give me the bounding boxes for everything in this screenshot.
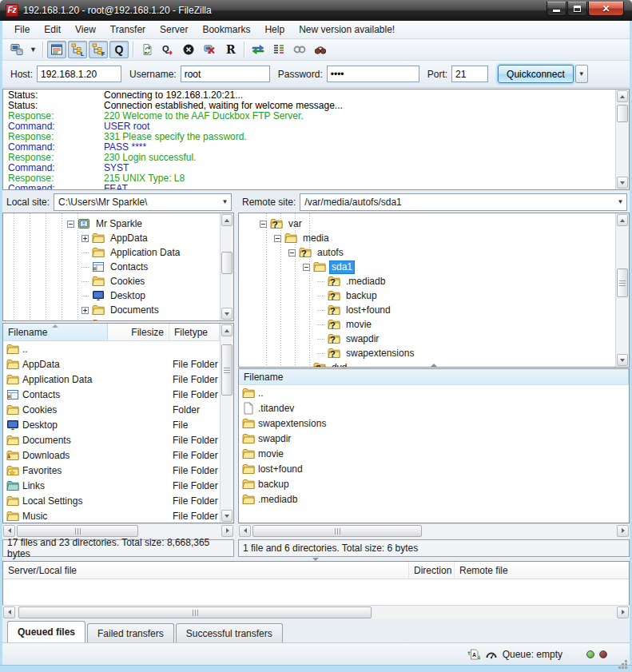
site-manager-dropdown[interactable]: ▼ xyxy=(27,46,39,54)
tree-row[interactable]: ?.mediadb xyxy=(239,274,614,288)
column-header-filesize[interactable]: Filesize xyxy=(108,324,169,340)
column-header-filetype[interactable]: Filetype xyxy=(169,324,220,340)
tree-row[interactable]: AppData xyxy=(3,231,219,245)
menu-view[interactable]: View xyxy=(68,22,103,38)
toggle-message-log-button[interactable] xyxy=(47,41,66,58)
tree-row[interactable]: Mr Sparkle xyxy=(3,217,219,231)
tree-row[interactable]: ?lost+found xyxy=(239,303,614,317)
tree-item-dvd[interactable]: dvd xyxy=(329,362,349,368)
close-button[interactable]: ✕ xyxy=(588,2,624,16)
site-manager-button[interactable] xyxy=(7,41,26,58)
file-row[interactable]: movie xyxy=(239,446,629,461)
expand-icon[interactable] xyxy=(81,321,89,322)
file-row[interactable]: FavoritesFile Folder xyxy=(3,463,220,478)
local-list-hscrollbar[interactable] xyxy=(2,523,234,538)
username-input[interactable] xyxy=(181,66,270,82)
collapse-icon[interactable] xyxy=(260,221,267,228)
file-transfer-button[interactable] xyxy=(248,41,268,58)
local-tree-scrollbar[interactable] xyxy=(220,213,233,320)
tree-row[interactable]: media xyxy=(239,231,614,245)
find-files-button[interactable] xyxy=(311,41,330,58)
tree-row[interactable]: ?autofs xyxy=(239,245,614,260)
column-header-remote-file[interactable]: Remote file xyxy=(455,562,629,579)
tree-item-downloads[interactable]: Downloads xyxy=(108,319,160,322)
column-header-direction[interactable]: Direction xyxy=(409,562,455,579)
tree-item-swapextensions[interactable]: swapextensions xyxy=(344,348,416,360)
remote-site-combobox[interactable]: /var/media/autofs/sda1 ▼ xyxy=(300,193,627,211)
tree-row[interactable]: Cookies xyxy=(3,274,219,288)
tree-row[interactable]: ?swapdir xyxy=(239,332,614,346)
column-header-server-local-file[interactable]: Server/Local file xyxy=(3,562,409,579)
expand-icon[interactable] xyxy=(81,307,89,314)
tree-item-cookies[interactable]: Cookies xyxy=(108,276,147,288)
remote-list-hscrollbar[interactable] xyxy=(238,523,630,538)
quickconnect-button[interactable]: Quickconnect xyxy=(498,65,574,83)
transfer-type-icon[interactable]: A xyxy=(467,648,480,661)
tree-row[interactable]: Documents xyxy=(3,303,219,317)
toggle-remote-tree-button[interactable]: F xyxy=(89,41,108,58)
menu-new-version-available[interactable]: New version available! xyxy=(292,22,402,38)
file-row[interactable]: AppDataFile Folder xyxy=(3,356,220,372)
file-row[interactable]: .. xyxy=(3,341,220,356)
file-row[interactable]: backup xyxy=(239,476,629,491)
tree-item-var[interactable]: var xyxy=(286,218,304,230)
file-row[interactable]: MusicFile Folder xyxy=(3,508,220,523)
reconnect-button[interactable]: R xyxy=(221,41,240,58)
tree-item-contacts[interactable]: Contacts xyxy=(108,261,150,273)
remote-tree-scrollbar[interactable] xyxy=(615,213,629,367)
file-row[interactable]: .mediadb xyxy=(239,491,629,507)
file-row[interactable]: swapextensions xyxy=(239,416,629,431)
tree-item-application-data[interactable]: Application Data xyxy=(108,247,182,259)
queue-hscrollbar[interactable] xyxy=(2,605,630,619)
tree-row[interactable]: ?movie xyxy=(239,317,614,332)
local-list-scrollbar[interactable] xyxy=(220,324,233,523)
tree-item-autofs[interactable]: autofs xyxy=(315,247,346,259)
tree-item-backup[interactable]: backup xyxy=(344,290,380,302)
directory-comparison-button[interactable] xyxy=(269,41,288,58)
tree-row[interactable]: Downloads xyxy=(3,317,219,321)
quickconnect-dropdown[interactable]: ▼ xyxy=(575,65,588,83)
file-row[interactable]: swapdir xyxy=(239,431,629,446)
tab-queued-files[interactable]: Queued files xyxy=(7,621,85,642)
tree-item-swapdir[interactable]: swapdir xyxy=(344,333,381,345)
collapse-icon[interactable] xyxy=(274,235,281,242)
tree-row[interactable]: sda1 xyxy=(239,260,614,274)
tree-item--mediadb[interactable]: .mediadb xyxy=(344,276,388,288)
local-site-combobox[interactable]: C:\Users\Mr Sparkle\ ▼ xyxy=(54,193,232,211)
file-row[interactable]: DesktopFile xyxy=(3,417,220,432)
synchronized-browsing-button[interactable] xyxy=(290,41,309,58)
file-row[interactable]: lost+found xyxy=(239,461,629,476)
message-log-scrollbar[interactable] xyxy=(615,89,629,189)
file-row[interactable]: Application DataFile Folder xyxy=(3,372,220,387)
tree-item-sda1[interactable]: sda1 xyxy=(329,260,355,274)
file-row[interactable]: .. xyxy=(239,385,629,400)
tree-item-appdata[interactable]: AppData xyxy=(108,233,150,245)
tree-item-documents[interactable]: Documents xyxy=(108,304,161,316)
file-row[interactable]: LinksFile Folder xyxy=(3,478,220,493)
tree-item-movie[interactable]: movie xyxy=(344,319,374,331)
collapse-icon[interactable] xyxy=(288,249,296,256)
tab-failed-transfers[interactable]: Failed transfers xyxy=(87,623,174,642)
menu-transfer[interactable]: Transfer xyxy=(103,22,153,38)
tree-row[interactable]: ?dvd xyxy=(239,360,614,368)
chevron-down-icon[interactable]: ▼ xyxy=(614,194,626,210)
chevron-down-icon[interactable]: ▼ xyxy=(219,194,231,210)
tree-row[interactable]: ?backup xyxy=(239,288,614,303)
column-header-filename[interactable]: Filename xyxy=(239,369,629,384)
maximize-button[interactable] xyxy=(567,2,587,16)
toggle-queue-button[interactable]: Q xyxy=(109,41,129,58)
file-row[interactable]: CookiesFolder xyxy=(3,402,220,417)
tree-row[interactable]: Desktop xyxy=(3,288,219,303)
file-row[interactable]: ContactsFile Folder xyxy=(3,387,220,402)
collapse-icon[interactable] xyxy=(67,221,74,228)
tree-item-desktop[interactable]: Desktop xyxy=(108,290,148,302)
title-bar[interactable]: Fz 192.168.1.20 - root@192.168.1.20 - Fi… xyxy=(0,0,632,21)
collapse-icon[interactable] xyxy=(303,264,310,271)
tree-item-lost-found[interactable]: lost+found xyxy=(344,304,393,316)
tree-row[interactable]: ?swapextensions xyxy=(239,346,614,360)
file-row[interactable]: DocumentsFile Folder xyxy=(3,432,220,447)
tab-successful-transfers[interactable]: Successful transfers xyxy=(176,623,283,642)
file-row[interactable]: Local SettingsFile Folder xyxy=(3,493,220,508)
host-input[interactable] xyxy=(37,66,121,82)
port-input[interactable] xyxy=(451,66,488,82)
